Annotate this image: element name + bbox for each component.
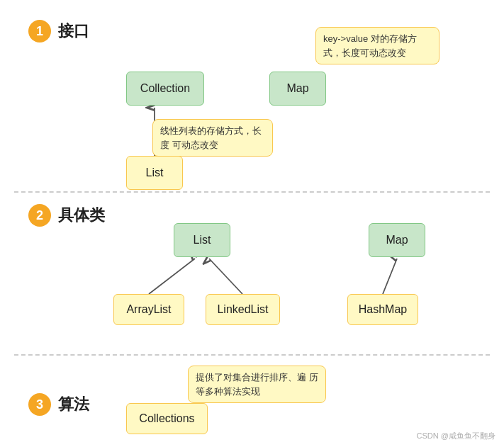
tooltip-list: 线性列表的存储方式，长度 可动态改变 [152, 119, 273, 157]
svg-line-1 [149, 259, 195, 294]
node-linkedlist: LinkedList [206, 294, 280, 325]
node-list-s1: List [126, 156, 183, 190]
node-map-s1: Map [269, 72, 326, 106]
svg-line-3 [383, 259, 397, 294]
section1-label: 1 接口 [28, 20, 89, 43]
tooltip-map: key->value 对的存储方 式，长度可动态改变 [315, 27, 439, 64]
divider-2 [14, 354, 490, 356]
section3-num: 3 [28, 393, 51, 416]
node-collections: Collections [126, 403, 208, 434]
divider-1 [14, 191, 490, 193]
node-list-s2: List [174, 223, 230, 257]
node-hashmap: HashMap [347, 294, 418, 325]
node-map-s2: Map [369, 223, 425, 257]
diagram-container: 1 接口 Collection Map List key->value 对的存储… [0, 0, 504, 447]
section2-title: 具体类 [58, 205, 105, 226]
watermark: CSDN @咸鱼鱼不翻身 [417, 431, 495, 441]
tooltip-collections: 提供了对集合进行排序、遍 历等多种算法实现 [188, 366, 326, 403]
section1-title: 接口 [58, 21, 89, 42]
svg-line-2 [209, 259, 242, 294]
section3-title: 算法 [58, 394, 89, 415]
node-collection: Collection [126, 72, 204, 106]
section2-num: 2 [28, 204, 51, 227]
section1-num: 1 [28, 20, 51, 43]
section2-label: 2 具体类 [28, 204, 105, 227]
node-arraylist: ArrayList [113, 294, 184, 325]
section3-label: 3 算法 [28, 393, 89, 416]
